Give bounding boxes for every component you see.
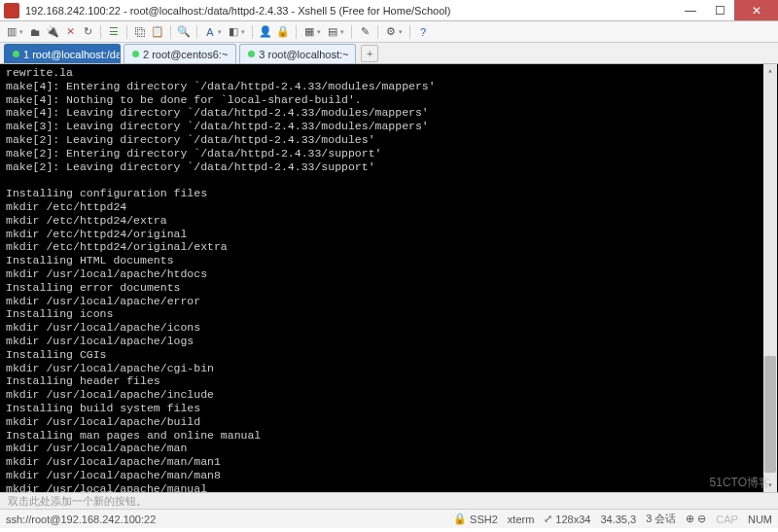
disconnect-icon[interactable]: ⨯ (62, 24, 78, 40)
dropdown-icon[interactable]: ▾ (19, 28, 23, 36)
separator (252, 25, 253, 39)
tab-session-3[interactable]: 3 root@localhost:~ (239, 44, 356, 63)
properties-icon[interactable]: ☰ (106, 24, 122, 40)
status-num: NUM (748, 514, 772, 525)
status-dot-icon (13, 51, 19, 57)
terminal-pane[interactable]: rewrite.la make[4]: Entering directory `… (0, 64, 778, 492)
status-term: xterm (508, 514, 535, 525)
separator (296, 25, 297, 39)
window-title: 192.168.242.100:22 - root@localhost:/dat… (23, 5, 676, 17)
plus-icon[interactable]: ⊕ (686, 513, 694, 525)
terminal-output: rewrite.la make[4]: Entering directory `… (6, 66, 436, 492)
minus-icon[interactable]: ⊖ (697, 513, 706, 525)
status-connection: ssh://root@192.168.242.100:22 (6, 514, 443, 525)
separator (100, 25, 101, 39)
resize-icon: ⤢ (544, 513, 552, 525)
separator (409, 25, 410, 39)
titlebar: 192.168.242.100:22 - root@localhost:/dat… (0, 0, 778, 21)
layout-icon[interactable]: ▦ (301, 24, 317, 40)
add-tab-button[interactable]: + (361, 45, 378, 62)
status-ssh: 🔒SSH2 (453, 513, 498, 525)
status-size: ⤢128x34 (544, 513, 590, 525)
status-tray: ⊕ ⊖ (686, 513, 706, 525)
scrollbar[interactable]: ▴ ▾ (763, 64, 777, 492)
minimize-button[interactable]: — (676, 0, 705, 20)
scroll-thumb[interactable] (764, 356, 776, 473)
status-dot-icon (248, 51, 255, 57)
dropdown-icon[interactable]: ▾ (218, 28, 222, 36)
close-button[interactable]: ✕ (734, 0, 778, 20)
status-dot-icon (132, 51, 139, 57)
paste-icon[interactable]: 📋 (150, 24, 165, 40)
status-caps: CAP (716, 514, 738, 525)
separator (351, 25, 352, 39)
scroll-up-icon[interactable]: ▴ (763, 64, 777, 78)
add-tab-label: + (367, 48, 372, 59)
tools-icon[interactable]: ⚙ (383, 24, 399, 40)
status-bar: ssh://root@192.168.242.100:22 🔒SSH2 xter… (0, 509, 778, 528)
tab-label: 1 root@localhost:/data/http... (23, 49, 121, 60)
tab-label: 2 root@centos6:~ (143, 49, 228, 60)
quick-button-bar[interactable]: 双击此处添加一个新的按钮。 (0, 492, 778, 509)
tab-session-1[interactable]: 1 root@localhost:/data/http... (4, 44, 121, 63)
connect-icon[interactable]: 🔌 (45, 24, 60, 40)
reconnect-icon[interactable]: ↻ (80, 24, 95, 40)
lock-icon[interactable]: 🔒 (275, 24, 291, 40)
script-icon[interactable]: ✎ (357, 24, 372, 40)
separator (196, 25, 197, 39)
tab-session-2[interactable]: 2 root@centos6:~ (124, 44, 236, 63)
toolbar: ▥▾ 🖿 🔌 ⨯ ↻ ☰ ⿻ 📋 🔍 A▾ ◧▾ 👤 🔒 ▦▾ ▤▾ ✎ ⚙▾ … (0, 21, 778, 43)
tab-label: 3 root@localhost:~ (259, 49, 348, 60)
open-icon[interactable]: 🖿 (27, 24, 43, 40)
separator (377, 25, 378, 39)
hint-label: 双击此处添加一个新的按钮。 (8, 494, 147, 509)
tab-bar: 1 root@localhost:/data/http... 2 root@ce… (0, 43, 778, 64)
dropdown-icon[interactable]: ▾ (241, 28, 245, 36)
dropdown-icon[interactable]: ▾ (317, 28, 321, 36)
status-sessions: 3 会话 (646, 512, 676, 526)
find-icon[interactable]: 🔍 (176, 24, 192, 40)
user-icon[interactable]: 👤 (258, 24, 273, 40)
dropdown-icon[interactable]: ▾ (399, 28, 403, 36)
maximize-button[interactable]: ☐ (705, 0, 734, 20)
scroll-down-icon[interactable]: ▾ (763, 479, 777, 492)
copy-icon[interactable]: ⿻ (132, 24, 148, 40)
app-icon (4, 3, 19, 18)
view-icon[interactable]: ▤ (325, 24, 340, 40)
dropdown-icon[interactable]: ▾ (340, 28, 344, 36)
lock-icon: 🔒 (453, 513, 467, 525)
separator (170, 25, 171, 39)
font-icon[interactable]: A (202, 24, 218, 40)
window-controls: — ☐ ✕ (676, 0, 778, 20)
separator (126, 25, 127, 39)
new-session-icon[interactable]: ▥ (4, 24, 19, 40)
color-icon[interactable]: ◧ (226, 24, 241, 40)
status-rc: 34.35,3 (600, 514, 636, 525)
help-icon[interactable]: ? (415, 24, 431, 40)
